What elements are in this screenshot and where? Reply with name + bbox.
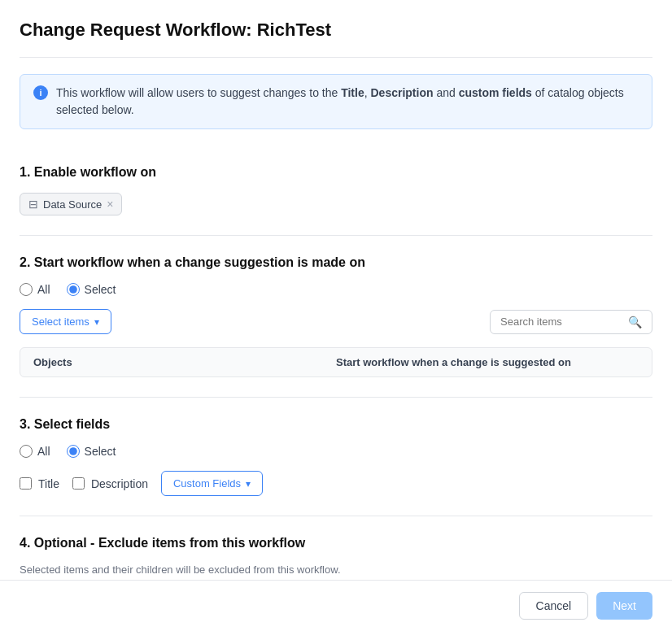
description-checkbox-text: Description <box>91 477 148 490</box>
section2-table-header: Objects Start workflow when a change is … <box>20 347 652 377</box>
footer: Cancel Next <box>0 580 672 631</box>
section2-radio-all-label[interactable]: All <box>20 283 50 296</box>
section2-radio-all[interactable] <box>20 283 33 296</box>
section4-subtitle: Selected items and their children will b… <box>20 564 652 576</box>
remove-data-source-button[interactable]: × <box>107 198 113 210</box>
section2-controls: Select items 🔍 <box>20 309 652 334</box>
section4-title: 4. Optional - Exclude items from this wo… <box>20 536 652 550</box>
next-button[interactable]: Next <box>596 592 652 620</box>
section3-radio-select[interactable] <box>67 445 80 458</box>
custom-fields-button[interactable]: Custom Fields <box>161 471 263 496</box>
data-source-label: Data Source <box>43 198 102 211</box>
section-select-fields: 3. Select fields All Select Title Descri… <box>20 398 652 516</box>
section3-title: 3. Select fields <box>20 417 652 432</box>
section2-radio-select-label[interactable]: Select <box>67 283 116 296</box>
select-items-button[interactable]: Select items <box>20 309 111 334</box>
title-divider <box>20 57 652 58</box>
custom-fields-chevron-icon <box>246 477 251 490</box>
page-title: Change Request Workflow: RichTest <box>20 20 652 41</box>
section3-all-text: All <box>37 445 50 458</box>
fields-row: Title Description Custom Fields <box>20 471 652 496</box>
search-items-input[interactable] <box>500 316 622 328</box>
title-checkbox-text: Title <box>38 477 59 490</box>
section2-all-text: All <box>37 283 50 296</box>
info-banner-text: This workflow will allow users to sugges… <box>56 85 639 119</box>
title-checkbox-label[interactable]: Title <box>20 477 59 490</box>
cancel-button[interactable]: Cancel <box>519 592 589 620</box>
select-items-label: Select items <box>32 316 89 328</box>
section3-radio-all-label[interactable]: All <box>20 445 50 458</box>
info-banner: i This workflow will allow users to sugg… <box>20 74 652 129</box>
title-checkbox[interactable] <box>20 477 32 490</box>
table-col-objects: Objects <box>33 356 336 368</box>
section3-radio-group: All Select <box>20 445 652 458</box>
search-items-box: 🔍 <box>490 310 652 334</box>
description-checkbox-label[interactable]: Description <box>72 477 148 490</box>
section2-title: 2. Start workflow when a change suggesti… <box>20 255 652 270</box>
custom-fields-label: Custom Fields <box>173 477 241 490</box>
section1-title: 1. Enable workflow on <box>20 165 652 180</box>
section-enable-workflow: 1. Enable workflow on ⊟ Data Source × <box>20 146 652 236</box>
section3-radio-all[interactable] <box>20 445 33 458</box>
section-start-workflow: 2. Start workflow when a change suggesti… <box>20 236 652 398</box>
info-icon: i <box>33 85 48 100</box>
data-source-tag: ⊟ Data Source × <box>20 193 122 215</box>
section3-radio-select-label[interactable]: Select <box>67 445 116 458</box>
select-items-chevron-icon <box>94 316 99 328</box>
description-checkbox[interactable] <box>72 477 85 490</box>
section2-select-text: Select <box>85 283 116 296</box>
section3-select-text: Select <box>85 445 116 458</box>
search-icon: 🔍 <box>628 316 642 329</box>
database-icon: ⊟ <box>28 198 38 211</box>
section2-radio-select[interactable] <box>67 283 80 296</box>
table-col-workflow-trigger: Start workflow when a change is suggeste… <box>336 356 639 368</box>
section2-radio-group: All Select <box>20 283 652 296</box>
